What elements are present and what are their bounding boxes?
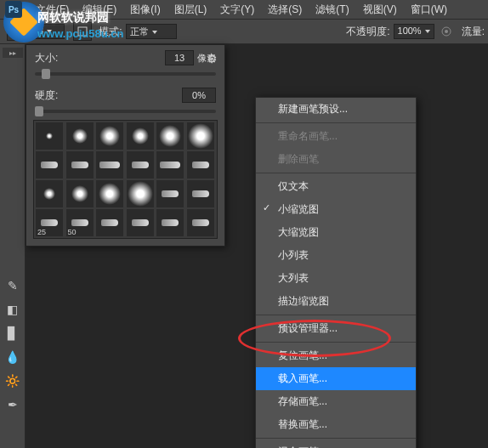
brush-preset[interactable]: 25 <box>36 209 63 236</box>
brush-preset[interactable] <box>156 151 184 179</box>
dodge-tool[interactable]: 🔆 <box>3 371 23 391</box>
hardness-slider[interactable] <box>35 110 216 113</box>
menu-item[interactable]: 混合画笔 <box>256 440 416 448</box>
chevron-down-icon <box>152 31 157 34</box>
menu-item-label: 仅文本 <box>278 180 309 192</box>
brush-panel-toggle[interactable] <box>73 22 92 41</box>
menu-file[interactable]: 文件(F) <box>29 3 76 17</box>
brush-preset[interactable] <box>187 209 214 236</box>
menu-item[interactable]: 新建画笔预设... <box>256 98 416 121</box>
menu-item-label: 小列表 <box>278 249 309 261</box>
gradient-tool[interactable]: ▊ <box>3 323 23 343</box>
menu-item-label: 描边缩览图 <box>278 295 329 307</box>
brush-preset[interactable] <box>66 122 94 150</box>
menu-item-label: 大列表 <box>278 272 309 284</box>
size-label: 大小: <box>35 51 72 65</box>
brush-preset[interactable] <box>96 209 123 236</box>
menu-item[interactable]: ✓小缩览图 <box>256 198 416 221</box>
menu-item[interactable]: 大列表 <box>256 267 416 290</box>
size-slider[interactable] <box>35 72 216 76</box>
menu-separator <box>256 438 416 439</box>
menu-item[interactable]: 预设管理器... <box>256 317 416 340</box>
menu-item[interactable]: 载入画笔... <box>256 367 416 390</box>
menu-item[interactable]: 小列表 <box>256 244 416 267</box>
menu-item[interactable]: 复位画笔... <box>256 344 416 367</box>
menu-item-label: 删除画笔 <box>278 153 319 165</box>
brush-preset[interactable] <box>187 122 214 150</box>
mode-label: 模式: <box>99 25 122 39</box>
opacity-label: 不透明度: <box>346 25 389 39</box>
menu-type[interactable]: 文字(Y) <box>213 3 261 17</box>
brush-preset[interactable] <box>96 122 123 150</box>
menu-image[interactable]: 图像(I) <box>123 3 167 17</box>
menu-item-label: 新建画笔预设... <box>278 103 348 115</box>
brush-preset[interactable] <box>96 180 123 207</box>
menu-item[interactable]: 大缩览图 <box>256 221 416 244</box>
blend-mode-value: 正常 <box>130 26 149 37</box>
opacity-value: 100% <box>398 26 422 36</box>
preset-size-label: 25 <box>37 228 46 236</box>
menu-item-label: 大缩览图 <box>278 226 319 238</box>
menu-item-label: 存储画笔... <box>278 395 327 407</box>
menu-view[interactable]: 视图(V) <box>356 3 404 17</box>
opacity-input[interactable]: 100% <box>394 24 434 39</box>
size-input[interactable] <box>165 50 194 65</box>
menu-item[interactable]: 替换画笔... <box>256 413 416 436</box>
brush-preset[interactable] <box>127 151 154 179</box>
menu-item-label: 载入画笔... <box>278 372 327 384</box>
menu-select[interactable]: 选择(S) <box>261 3 309 17</box>
pen-tool[interactable]: ✒ <box>3 394 23 415</box>
toolbox-expand[interactable]: ▸▸ <box>3 48 23 58</box>
menu-separator <box>256 122 416 123</box>
brush-preset[interactable] <box>127 209 154 236</box>
menu-separator <box>256 342 416 343</box>
hardness-input[interactable] <box>182 88 216 103</box>
menu-item[interactable]: 存储画笔... <box>256 390 416 413</box>
chevron-down-icon <box>47 30 52 33</box>
brush-preset[interactable]: 50 <box>66 209 94 236</box>
menu-filter[interactable]: 滤镜(T) <box>309 3 355 17</box>
brush-preset[interactable] <box>127 122 154 150</box>
menu-item-label: 预设管理器... <box>278 322 338 334</box>
pressure-opacity-icon[interactable] <box>438 23 455 40</box>
menu-item-label: 替换画笔... <box>278 418 327 430</box>
menu-item-label: 复位画笔... <box>278 349 327 361</box>
menu-edit[interactable]: 编辑(E) <box>76 3 123 17</box>
options-bar: 13 模式: 正常 不透明度: 100% 流量: <box>0 19 488 44</box>
brush-preset[interactable] <box>96 151 123 179</box>
brush-preset[interactable] <box>66 180 94 207</box>
brush-preset[interactable] <box>187 180 214 207</box>
brush-context-menu: 新建画笔预设...重命名画笔...删除画笔仅文本✓小缩览图大缩览图小列表大列表描… <box>255 97 417 448</box>
brush-preset-panel: ⚙ 大小: 像素 硬度: <box>26 44 225 247</box>
brush-preset[interactable] <box>127 180 154 207</box>
blur-tool[interactable]: 💧 <box>3 347 23 367</box>
history-brush-tool[interactable]: ✎ <box>3 275 23 296</box>
menu-item[interactable]: 仅文本 <box>256 175 416 198</box>
main-menubar: Ps 文件(F) 编辑(E) 图像(I) 图层(L) 文字(Y) 选择(S) 滤… <box>0 0 488 19</box>
eraser-tool[interactable]: ◧ <box>3 299 23 320</box>
menu-separator <box>256 315 416 315</box>
brush-preset[interactable] <box>36 151 63 179</box>
menu-layer[interactable]: 图层(L) <box>167 3 214 17</box>
blend-mode-select[interactable]: 正常 <box>126 24 177 39</box>
menu-item-label: 小缩览图 <box>278 203 319 215</box>
menu-item: 删除画笔 <box>256 148 416 171</box>
menu-item[interactable]: 描边缩览图 <box>256 290 416 313</box>
brush-preset[interactable] <box>156 122 184 150</box>
current-tool-icon[interactable] <box>7 22 26 41</box>
brush-preset[interactable] <box>66 151 94 179</box>
brush-preset[interactable] <box>36 180 63 207</box>
brush-preset-picker[interactable]: 13 <box>29 24 65 39</box>
brush-preset[interactable] <box>187 151 214 179</box>
gear-icon[interactable]: ⚙ <box>207 52 218 65</box>
canvas-area: ⚙ 大小: 像素 硬度: <box>26 44 488 448</box>
flow-label: 流量: <box>462 25 485 39</box>
menu-separator <box>256 173 416 173</box>
check-icon: ✓ <box>263 202 270 213</box>
menu-window[interactable]: 窗口(W) <box>404 3 454 17</box>
brush-preset[interactable] <box>156 209 184 236</box>
brush-size-value: 13 <box>33 26 43 36</box>
svg-point-2 <box>445 30 448 33</box>
brush-preset[interactable] <box>36 122 63 150</box>
brush-preset[interactable] <box>156 180 184 207</box>
